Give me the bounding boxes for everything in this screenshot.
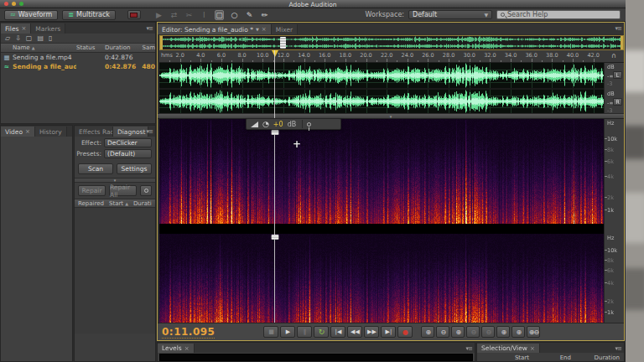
spectrogram-right-channel[interactable]: [159, 234, 604, 324]
zoom-to-selection-button[interactable]: ⊕: [451, 326, 465, 338]
search-markers-button[interactable]: [140, 185, 152, 196]
frequency-scale-right[interactable]: Hz10k8k6k4k2k1k: [604, 224, 624, 324]
zoom-in-button[interactable]: ⊕: [421, 326, 434, 338]
spectral-frequency-display-toggle[interactable]: [127, 10, 141, 19]
tab-diagnostics[interactable]: Diagnost: [113, 127, 148, 137]
fast-forward-button[interactable]: ▶▶: [364, 326, 379, 338]
tab-levels[interactable]: Levels ×: [158, 344, 195, 353]
panel-menu-icon[interactable]: ▾≡: [147, 128, 153, 135]
close-icon[interactable]: ×: [21, 25, 26, 32]
tab-selection-view[interactable]: Selection/View ×: [477, 344, 540, 353]
stop-button[interactable]: ■: [263, 326, 278, 338]
selection-end-handle[interactable]: [621, 36, 623, 49]
level-meter: [159, 354, 473, 361]
workspace-dropdown[interactable]: Default ▼: [408, 10, 492, 19]
zoom-reset-button[interactable]: ⊕⊖: [527, 326, 540, 338]
column-repaired[interactable]: Repaired: [78, 200, 104, 207]
waveform-display[interactable]: [159, 63, 604, 113]
column-name[interactable]: Name▲: [13, 44, 76, 51]
panel-menu-icon[interactable]: ▾≡: [147, 25, 153, 32]
zoom-in-left-edge-button[interactable]: ⊕: [496, 326, 510, 338]
lasso-selection-tool[interactable]: ○: [230, 11, 239, 19]
spot-hud[interactable]: ◔ +0 dB: [246, 118, 341, 130]
tab-markers[interactable]: Markers: [31, 23, 65, 34]
volume-fade-icon[interactable]: [251, 122, 258, 127]
zoom-in-right-edge-button[interactable]: ⊕: [512, 326, 525, 338]
rewind-button[interactable]: ◀◀: [347, 326, 362, 338]
time-display[interactable]: 0:11.095: [162, 326, 215, 339]
search-help-input[interactable]: Search Help: [496, 10, 621, 19]
presets-dropdown[interactable]: (Default): [104, 149, 152, 158]
tab-mixer[interactable]: Mixer: [272, 24, 298, 34]
settings-button[interactable]: Settings: [117, 163, 152, 174]
move-cti-next-button[interactable]: ▶|: [381, 326, 396, 338]
effect-dropdown[interactable]: DeClicker: [104, 138, 152, 147]
overview-playhead-handle[interactable]: [280, 37, 286, 49]
waveform-right-channel[interactable]: [159, 90, 604, 113]
tab-video[interactable]: Video ×: [1, 127, 35, 137]
ruler-tick-label: 6.0: [217, 52, 226, 59]
zoom-in-amplitude-button[interactable]: ⊖: [466, 326, 480, 338]
close-icon[interactable]: ×: [184, 345, 190, 352]
pause-button[interactable]: ‖: [297, 326, 312, 338]
loop-playback-button[interactable]: ↻: [314, 326, 329, 338]
wave-spectral-splitter[interactable]: ▾: [158, 113, 624, 119]
column-status[interactable]: Status: [76, 44, 105, 51]
panel-menu-icon[interactable]: ▾≡: [615, 345, 621, 352]
multitrack-view-button[interactable]: ≣ Multitrack: [62, 10, 116, 20]
panel-menu-icon[interactable]: ▾≡: [615, 25, 621, 32]
ruler-tick-label: 40.0: [567, 52, 579, 59]
tab-files[interactable]: Files ×: [1, 23, 31, 34]
file-row[interactable]: ≈Sending a file_audio *0:42.876480: [1, 62, 155, 71]
waveform-view-button[interactable]: ≈ Waveform: [4, 10, 58, 20]
close-icon[interactable]: ×: [262, 26, 267, 33]
zoom-out-button[interactable]: ⊖: [436, 326, 449, 338]
play-button[interactable]: ▶: [280, 326, 295, 338]
gain-value[interactable]: +0: [273, 121, 283, 128]
channel-l-button[interactable]: L: [613, 71, 622, 79]
playhead-handle[interactable]: [271, 235, 278, 240]
spot-healing-brush-tool[interactable]: ✏: [260, 11, 269, 19]
open-file-icon[interactable]: ▱: [5, 34, 10, 42]
column-start[interactable]: Start▲: [109, 200, 128, 207]
record-button[interactable]: ●: [397, 326, 413, 338]
tab-effects-rack[interactable]: Effects Rack: [75, 127, 113, 137]
repair-button[interactable]: Repair: [78, 185, 106, 196]
insert-multitrack-icon[interactable]: ▤: [37, 34, 44, 42]
timeline-ruler[interactable]: hms 2.04.06.08.010.012.014.016.018.020.0…: [159, 50, 604, 63]
gain-knob-icon[interactable]: ◔: [262, 120, 269, 128]
frequency-scale-left[interactable]: Hz10k8k6k4k2k1k: [604, 119, 624, 224]
marquee-selection-tool[interactable]: ▢: [215, 10, 224, 20]
pin-hud-icon[interactable]: [307, 122, 311, 127]
paintbrush-selection-tool[interactable]: ✎: [245, 11, 254, 19]
new-file-icon[interactable]: ▢: [26, 34, 33, 42]
snap-magnet-icon[interactable]: ∩: [604, 50, 624, 63]
close-icon[interactable]: ×: [25, 128, 30, 135]
chevron-down-icon[interactable]: ▼: [256, 27, 259, 32]
amplitude-scale[interactable]: dB-∞-3LdB-∞-3R: [604, 63, 624, 113]
overview-waveform[interactable]: [160, 36, 623, 49]
file-row[interactable]: ▦Sending a file.mp40:42.876: [1, 53, 155, 62]
channel-r-button[interactable]: R: [613, 98, 622, 106]
move-cti-previous-button[interactable]: |◀: [330, 326, 345, 338]
spectrogram-left-channel[interactable]: [159, 119, 604, 224]
import-file-icon[interactable]: ⇩: [15, 34, 21, 42]
tab-history[interactable]: History: [35, 127, 67, 137]
zoom-out-amplitude-button[interactable]: ⊖: [481, 326, 495, 338]
playhead-caret[interactable]: [272, 50, 278, 57]
overview-strip[interactable]: [159, 35, 624, 50]
waveform-left-channel[interactable]: [159, 63, 604, 88]
column-sample-rate[interactable]: Sam: [140, 44, 155, 51]
column-duration[interactable]: Duration: [105, 44, 140, 51]
selection-start-handle[interactable]: [160, 36, 163, 49]
close-icon[interactable]: ×: [530, 345, 535, 352]
tab-editor[interactable]: Editor: Sending a file_audio * ▼ ×: [158, 24, 272, 34]
scan-button[interactable]: Scan: [78, 163, 113, 174]
trash-icon[interactable]: ▯: [49, 34, 52, 42]
playhead-handle[interactable]: [271, 130, 278, 135]
repair-all-button[interactable]: Repair All: [109, 185, 137, 196]
column-duration[interactable]: Durati: [133, 200, 152, 207]
titlebar[interactable]: Adobe Audition: [0, 0, 626, 8]
panel-menu-icon[interactable]: ▾≡: [466, 345, 472, 352]
playhead-line[interactable]: [274, 50, 275, 324]
